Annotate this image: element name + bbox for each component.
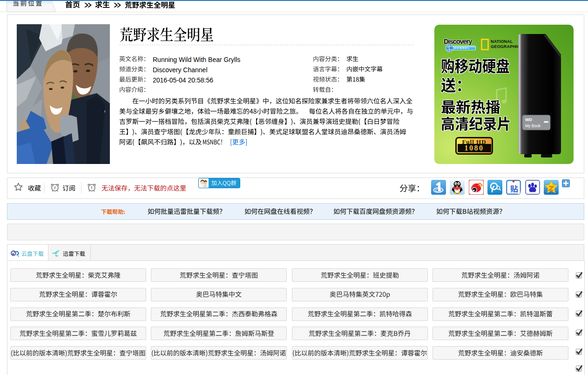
svg-text:My Book: My Book xyxy=(525,123,541,128)
svg-text:WD: WD xyxy=(525,117,532,122)
